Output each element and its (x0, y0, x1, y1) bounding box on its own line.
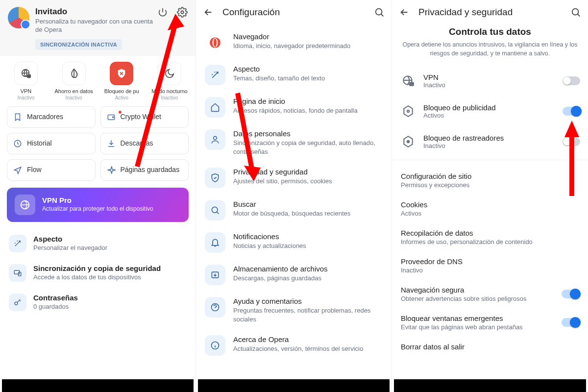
panel-privacy: Privacidad y seguridad Controla tus dato… (392, 0, 588, 392)
sync-badge: SINCRONIZACIÓN INACTIVA (35, 39, 122, 50)
svg-point-23 (572, 9, 579, 15)
cfg-help[interactable]: Ayuda y comentariosPreguntas frecuentes,… (203, 291, 385, 329)
panel-settings: Configuración NavegadorIdioma, inicio, n… (196, 0, 392, 392)
globe-shield-icon (20, 199, 30, 210)
svg-rect-2 (27, 75, 30, 78)
opt-sync[interactable]: Sincronización y copia de seguridadAcced… (7, 258, 189, 288)
opt-appearance[interactable]: AspectoPersonalizar el navegador (7, 229, 189, 258)
svg-point-17 (212, 207, 218, 213)
cfg-about[interactable]: Acerca de OperaActualizaciones, versión,… (203, 329, 385, 362)
bell-icon (210, 238, 220, 247)
help-icon (210, 302, 220, 312)
wallet-icon (107, 113, 116, 122)
toggle-trackerblock[interactable] (563, 137, 580, 146)
power-icon[interactable] (157, 7, 168, 18)
quick-actions: VPN Inactivo Ahorro en datos Inactivo Bl… (0, 56, 196, 106)
globe-lock-icon (402, 74, 415, 87)
tile-downloads[interactable]: Descargas (100, 133, 189, 154)
shield-check-icon (210, 173, 220, 183)
search-icon[interactable] (570, 7, 581, 18)
tile-saved-pages[interactable]: Páginas guardadas (100, 159, 189, 181)
inbox-icon (210, 270, 220, 280)
hero-title: Controla tus datos (402, 26, 578, 37)
bottom-bar (198, 379, 390, 392)
svg-point-16 (214, 136, 217, 140)
cfg-browser[interactable]: NavegadorIdioma, inicio, navegador prede… (203, 26, 385, 59)
send-icon (13, 166, 22, 174)
plane-icon (107, 166, 116, 174)
toggle-vpn[interactable] (563, 76, 580, 85)
cfg-notifications[interactable]: NotificacionesNoticias y actualizaciones (203, 226, 385, 259)
li-data-collection[interactable]: Recopilación de datosInformes de uso, pe… (401, 223, 579, 251)
row-trackerblock[interactable]: Bloqueo de rastreadoresInactivo (400, 126, 580, 157)
profile-title: Invitado (35, 7, 157, 17)
download-icon (107, 139, 116, 148)
cfg-appearance[interactable]: AspectoTemas, diseño, tamaño del texto (203, 59, 385, 91)
svg-point-0 (181, 11, 184, 14)
li-safe-browsing[interactable]: Navegación seguraObtener advertencias so… (401, 280, 579, 308)
row-adblock[interactable]: Bloqueo de publicidadActivos (400, 96, 580, 126)
opt-passwords[interactable]: Contraseñas0 guardados (7, 288, 189, 317)
svg-point-15 (214, 38, 217, 47)
profile-header: Invitado Personaliza tu navegador con un… (0, 0, 196, 56)
privacy-title: Privacidad y seguridad (418, 7, 562, 18)
notification-dot-icon (119, 111, 122, 114)
li-cookies[interactable]: CookiesActivos (401, 195, 579, 223)
row-vpn[interactable]: VPNInactivo (400, 66, 580, 96)
toggle-safe-browsing[interactable] (562, 290, 579, 298)
svg-point-9 (15, 302, 18, 305)
li-site-settings[interactable]: Configuración de sitioPermisos y excepci… (401, 166, 579, 195)
tile-flow[interactable]: Flow (7, 159, 96, 181)
user-icon (210, 135, 220, 145)
gear-icon[interactable] (177, 7, 188, 18)
toggle-popup[interactable] (562, 318, 579, 327)
hexagon-icon (402, 105, 415, 118)
opera-icon (209, 36, 221, 49)
history-icon (13, 139, 22, 148)
leaf-icon (69, 68, 79, 79)
bottom-bar (2, 379, 194, 392)
profile-subtitle: Personaliza tu navegador con una cuenta … (35, 18, 157, 34)
back-icon[interactable] (399, 7, 410, 18)
toggle-adblock[interactable] (563, 107, 580, 116)
search-icon (210, 205, 220, 215)
hero-sub: Opera detiene los anuncios intrusivos, l… (402, 40, 578, 58)
cfg-search[interactable]: BuscarMotor de búsqueda, búsquedas recie… (203, 194, 385, 226)
cfg-homepage[interactable]: Página de inicioAccesos rápidos, noticia… (203, 91, 385, 123)
quick-data-savings[interactable]: Ahorro en datos Inactivo (52, 62, 96, 100)
menu-tiles: Marcadores Crypto Wallet Historial Desca… (0, 106, 196, 181)
avatar[interactable] (8, 7, 29, 28)
wand-icon (13, 239, 22, 248)
info-icon (210, 341, 220, 350)
svg-rect-25 (410, 83, 414, 86)
cfg-personal-data[interactable]: Datos personalesSincronización y copia d… (203, 123, 385, 162)
quick-vpn[interactable]: VPN Inactivo (4, 62, 48, 100)
shield-x-icon (116, 68, 127, 79)
moon-icon (164, 68, 175, 79)
cfg-storage[interactable]: Almacenamiento de archivosDescargas, pág… (203, 259, 385, 291)
tile-bookmarks[interactable]: Marcadores (7, 106, 96, 128)
devices-icon (13, 269, 22, 277)
tile-history[interactable]: Historial (7, 133, 96, 154)
home-icon (210, 102, 220, 112)
bottom-bar (394, 379, 586, 392)
globe-lock-icon (21, 68, 31, 79)
back-icon[interactable] (203, 7, 214, 18)
quick-adblock[interactable]: Bloqueo de pu Activo (99, 62, 144, 100)
quick-night-mode[interactable]: Modo nocturno Inactivo (147, 62, 192, 100)
cfg-privacy[interactable]: Privacidad y seguridadAjustes del sitio,… (203, 162, 385, 194)
svg-point-12 (376, 9, 382, 15)
panel-main-menu: Invitado Personaliza tu navegador con un… (0, 0, 196, 392)
wand-icon (210, 70, 220, 80)
bookmark-icon (13, 113, 22, 122)
key-icon (13, 298, 22, 307)
li-clear-on-exit[interactable]: Borrar datos al salir (401, 337, 579, 357)
svg-point-27 (407, 141, 409, 143)
tile-crypto-wallet[interactable]: Crypto Wallet (100, 106, 189, 128)
li-popup-block[interactable]: Bloquear ventanas emergentesEvitar que l… (401, 308, 579, 337)
li-dns[interactable]: Proveedor de DNSInactivo (401, 251, 579, 280)
svg-point-26 (407, 110, 409, 112)
search-icon[interactable] (374, 7, 385, 18)
vpn-pro-banner[interactable]: VPN Pro Actualizar para proteger todo el… (7, 188, 189, 222)
hexagon-dot-icon (402, 135, 415, 148)
